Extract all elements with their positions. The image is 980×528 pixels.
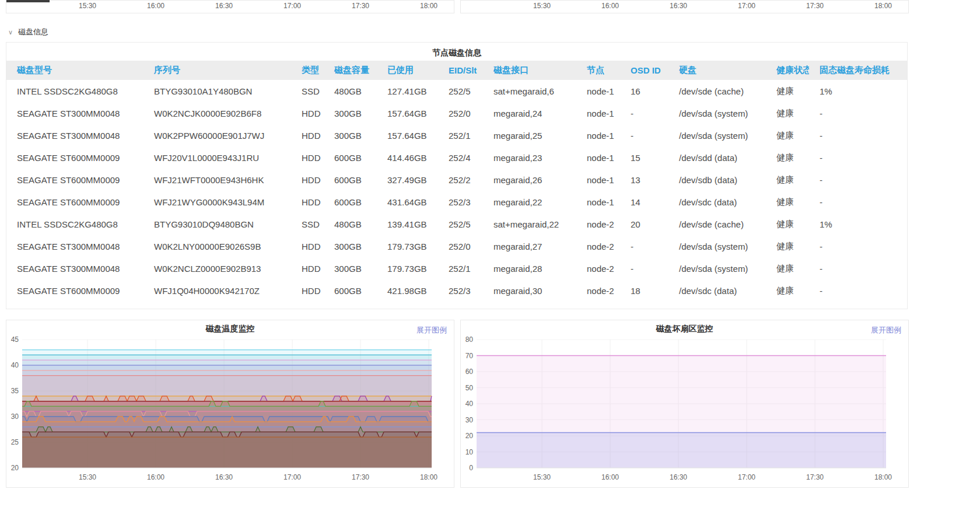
table-cell: 14: [620, 191, 668, 213]
table-cell: 300GB: [324, 124, 377, 146]
table-cell: 健康: [766, 80, 809, 102]
table-row: SEAGATE ST600MM0009WFJ20V1L0000E943J1RUH…: [6, 146, 907, 169]
x-axis-tick-label: 18:00: [420, 473, 438, 481]
column-header: 磁盘容量: [324, 61, 377, 80]
disk-bad-sector-chart-title: 磁盘坏扇区监控: [461, 324, 908, 334]
table-cell: 139.41GB: [377, 213, 438, 235]
table-cell: 16: [620, 80, 668, 102]
x-axis-tick-label: 17:00: [726, 2, 767, 10]
disk-info-section-header[interactable]: ∨ 磁盘信息: [8, 27, 48, 37]
column-header: 节点: [576, 61, 620, 80]
table-cell: 300GB: [324, 257, 377, 279]
table-cell: 健康: [766, 169, 809, 191]
table-cell: megaraid,30: [483, 279, 576, 302]
x-axis-tick-label: 18:00: [408, 2, 449, 10]
table-cell: SSD: [291, 80, 324, 102]
top-left-chart-bottom: 15:3016:0016:3017:0017:3018:00: [6, 0, 454, 13]
table-row: INTEL SSDSC2KG480G8BTYG93010DQ9480BGNSSD…: [6, 213, 907, 235]
table-cell: -: [809, 124, 907, 146]
y-axis-tick-label: 60: [466, 368, 474, 376]
table-cell: BTYG93010A1Y480BGN: [144, 80, 291, 102]
table-cell: 157.64GB: [377, 102, 438, 124]
table-cell: SEAGATE ST600MM0009: [6, 169, 144, 191]
table-cell: /dev/sdc (data): [668, 279, 766, 302]
table-cell: 300GB: [324, 102, 377, 124]
table-cell: -: [809, 191, 907, 213]
table-cell: 600GB: [324, 279, 377, 302]
table-cell: node-1: [576, 124, 620, 146]
table-cell: 127.41GB: [377, 80, 438, 102]
y-axis-tick-label: 30: [11, 412, 19, 421]
table-cell: 252/3: [438, 191, 483, 213]
table-cell: -: [809, 146, 907, 169]
table-cell: 600GB: [324, 146, 377, 169]
table-cell: 431.64GB: [377, 191, 438, 213]
column-header: 类型: [291, 61, 324, 80]
table-cell: 252/5: [438, 80, 483, 102]
table-cell: 600GB: [324, 191, 377, 213]
column-header: 磁盘型号: [6, 61, 144, 80]
series-area: [22, 437, 432, 468]
table-cell: 252/0: [438, 102, 483, 124]
disk-temperature-chart-card: 45403530252015:3016:0016:3017:0017:3018:…: [6, 320, 454, 488]
expand-legend-button[interactable]: 展开图例: [871, 325, 901, 335]
table-cell: node-1: [576, 102, 620, 124]
y-axis-tick-label: 20: [11, 464, 19, 472]
table-cell: 1%: [809, 213, 907, 235]
table-cell: HDD: [291, 279, 324, 302]
table-cell: /dev/sda (system): [668, 257, 766, 279]
table-cell: -: [620, 257, 668, 279]
table-cell: node-2: [576, 213, 620, 235]
x-axis-tick-label: 18:00: [874, 473, 892, 481]
table-cell: 480GB: [324, 213, 377, 235]
expand-legend-button[interactable]: 展开图例: [416, 325, 447, 335]
table-cell: INTEL SSDSC2KG480G8: [6, 80, 144, 102]
table-cell: SEAGATE ST600MM0009: [6, 191, 144, 213]
y-axis-tick-label: 80: [466, 335, 474, 344]
node-disk-table-card: 节点磁盘信息 磁盘型号序列号类型磁盘容量已使用EID/Slt磁盘接口节点OSD …: [6, 42, 908, 309]
table-cell: INTEL SSDSC2KG480G8: [6, 213, 144, 235]
disk-table-body: INTEL SSDSC2KG480G8BTYG93010A1Y480BGNSSD…: [6, 80, 907, 302]
table-cell: W0K2PPW60000E901J7WJ: [144, 124, 291, 146]
table-cell: node-2: [576, 279, 620, 302]
y-axis-tick-label: 70: [466, 352, 474, 360]
disk-temperature-chart-canvas[interactable]: 45403530252015:3016:0016:3017:0017:3018:…: [6, 320, 455, 488]
table-cell: 20: [620, 213, 668, 235]
table-cell: megaraid,22: [483, 191, 576, 213]
table-cell: 健康: [766, 124, 809, 146]
y-axis-tick-label: 40: [466, 400, 474, 408]
chevron-down-icon[interactable]: ∨: [8, 29, 13, 36]
table-cell: SEAGATE ST600MM0009: [6, 146, 144, 169]
table-cell: -: [620, 124, 668, 146]
x-axis-tick-label: 17:30: [352, 473, 369, 481]
x-axis-tick-label: 15:30: [79, 473, 96, 481]
table-cell: SEAGATE ST300MM0048: [6, 257, 144, 279]
table-cell: 252/1: [438, 124, 483, 146]
table-cell: W0K2NCJK0000E902B6F8: [144, 102, 291, 124]
series-area: [477, 433, 886, 468]
table-cell: 252/0: [438, 235, 483, 257]
table-cell: megaraid,25: [483, 124, 576, 146]
table-cell: W0K2LNY00000E9026S9B: [144, 235, 291, 257]
x-axis-tick-label: 17:30: [806, 473, 824, 481]
table-cell: HDD: [291, 235, 324, 257]
table-cell: node-2: [576, 235, 620, 257]
disk-bad-sector-chart-canvas[interactable]: 8070605040302010015:3016:0016:3017:0017:…: [461, 320, 909, 488]
table-cell: HDD: [291, 146, 324, 169]
table-cell: WFJ1Q04H0000K942170Z: [144, 279, 291, 302]
table-row: INTEL SSDSC2KG480G8BTYG93010A1Y480BGNSSD…: [6, 80, 907, 102]
x-axis-tick-label: 16:00: [590, 2, 631, 10]
x-axis-tick-label: 17:30: [340, 2, 381, 10]
table-cell: -: [620, 102, 668, 124]
table-cell: 480GB: [324, 80, 377, 102]
table-row: SEAGATE ST300MM0048W0K2NCJK0000E902B6F8H…: [6, 102, 907, 124]
table-cell: HDD: [291, 191, 324, 213]
x-axis-tick-label: 16:00: [135, 2, 176, 10]
table-cell: /dev/sdc (data): [668, 191, 766, 213]
column-header: EID/Slt: [438, 61, 483, 80]
disk-table: 磁盘型号序列号类型磁盘容量已使用EID/Slt磁盘接口节点OSD ID硬盘健康状…: [6, 61, 907, 302]
table-cell: 健康: [766, 102, 809, 124]
table-cell: /dev/sda (system): [668, 235, 766, 257]
y-axis-tick-label: 30: [466, 416, 474, 424]
table-cell: megaraid,24: [483, 102, 576, 124]
